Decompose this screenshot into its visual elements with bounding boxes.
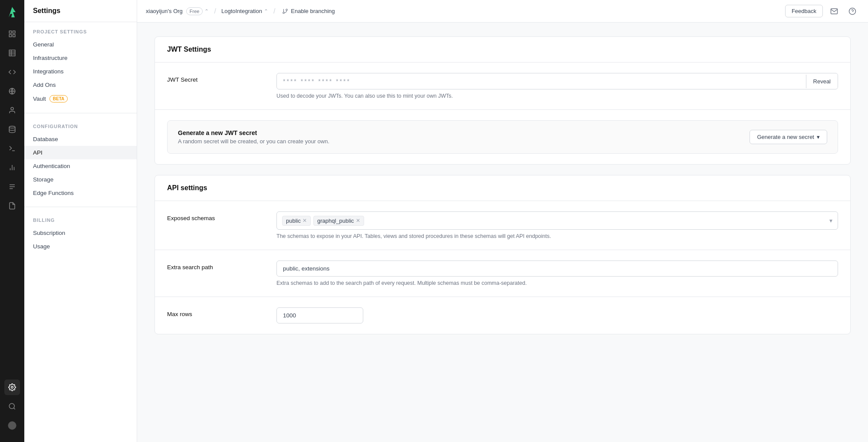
help-icon-button[interactable] [845,4,859,18]
sidebar-item-storage[interactable]: Storage [24,173,137,186]
jwt-secret-label: JWT Secret [167,73,263,83]
topbar-actions: Feedback [785,4,859,18]
sidebar-title: Settings [24,0,137,22]
org-name: xiaoyijun's Org [146,8,183,14]
exposed-schemas-hint: The schemas to expose in your API. Table… [276,233,838,239]
icon-rail [0,0,24,442]
tag-graphql-label: graphql_public [317,218,354,224]
sidebar-item-label: Authentication [33,163,70,169]
sidebar-item-subscription[interactable]: Subscription [24,226,137,240]
sidebar-item-authentication[interactable]: Authentication [24,159,137,173]
tags-chevron-icon: ▾ [829,217,832,224]
rail-table-icon[interactable] [4,45,20,61]
generate-secret-title: Generate a new JWT secret [178,129,329,136]
configuration-section: CONFIGURATION Database API Authenticatio… [24,117,137,203]
svg-point-21 [9,403,14,409]
jwt-secret-input-wrapper: **** **** **** **** Reveal [276,73,838,89]
rail-reports-icon[interactable] [4,198,20,214]
reveal-button[interactable]: Reveal [806,75,838,88]
topbar-sep-2: / [273,7,275,15]
svg-rect-4 [13,35,15,37]
sidebar-item-usage[interactable]: Usage [24,240,137,253]
generate-secret-desc: A random secret will be created, or you … [178,138,329,145]
rail-functions-icon[interactable] [4,141,20,156]
tag-graphql-close[interactable]: ✕ [356,218,360,224]
max-rows-field [276,307,838,323]
rail-analytics-icon[interactable] [4,160,20,175]
svg-marker-0 [9,7,16,17]
generate-secret-row: Generate a new JWT secret A random secre… [155,110,850,164]
rail-api-icon[interactable] [4,83,20,99]
content-area: JWT Settings JWT Secret **** **** **** *… [137,23,868,442]
rail-auth-icon[interactable] [4,102,20,118]
exposed-schemas-label: Exposed schemas [167,211,263,221]
exposed-schemas-row: Exposed schemas public ✕ graphql_public … [155,201,850,250]
svg-rect-5 [9,50,15,56]
branch-icon [282,8,288,14]
sidebar-item-label: Integrations [33,68,64,75]
rail-avatar-icon[interactable] [4,418,20,433]
sidebar-item-add-ons[interactable]: Add Ons [24,78,137,92]
jwt-secret-dots: **** **** **** **** [277,73,806,89]
extra-search-path-row: Extra search path Extra schemas to add t… [155,250,850,297]
tag-graphql-public: graphql_public ✕ [313,216,364,226]
svg-rect-3 [9,35,11,37]
generate-secret-card: Generate a new JWT secret A random secre… [167,120,838,154]
sidebar-divider-2 [24,207,137,207]
main-wrapper: xiaoyijun's Org Free ⌃ / LogtoIntegratio… [137,0,868,442]
mail-icon-button[interactable] [827,4,841,18]
sidebar-item-label: Edge Functions [33,190,74,196]
svg-rect-1 [9,31,11,33]
extra-search-path-field: Extra schemas to add to the search path … [276,261,838,286]
sidebar-item-label: Vault [33,96,46,102]
sidebar-item-general[interactable]: General [24,38,137,51]
org-plan-badge: Free [186,7,203,15]
tag-public-label: public [286,218,301,224]
tag-public-close[interactable]: ✕ [302,218,307,224]
sidebar-item-api[interactable]: API [24,146,137,159]
exposed-schemas-field: public ✕ graphql_public ✕ ▾ The schemas … [276,211,838,239]
sidebar-item-integrations[interactable]: Integrations [24,65,137,78]
app-logo[interactable] [5,5,19,19]
sidebar-item-database[interactable]: Database [24,132,137,146]
exposed-schemas-input[interactable]: public ✕ graphql_public ✕ ▾ [276,211,838,230]
rail-storage-icon[interactable] [4,122,20,137]
rail-settings-icon[interactable] [4,379,20,395]
vault-beta-badge: BETA [49,95,68,102]
generate-new-secret-button[interactable]: Generate a new secret ▾ [750,130,827,144]
sidebar-item-label: Usage [33,243,50,250]
billing-section: BILLING Subscription Usage [24,211,137,257]
tag-public: public ✕ [282,216,311,226]
max-rows-input[interactable] [276,307,363,323]
topbar-sep-1: / [214,7,216,15]
feedback-button[interactable]: Feedback [785,5,823,17]
sidebar-item-edge-functions[interactable]: Edge Functions [24,186,137,200]
svg-rect-2 [13,31,15,33]
sidebar-item-vault[interactable]: Vault BETA [24,92,137,106]
rail-logs-icon[interactable] [4,179,20,195]
project-name: LogtoIntegration [221,8,262,14]
branch-label: Enable branching [291,8,335,14]
rail-editor-icon[interactable] [4,64,20,80]
svg-point-20 [11,386,13,389]
svg-point-12 [9,126,15,129]
sidebar-item-infrastructure[interactable]: Infrastructure [24,51,137,65]
topbar-branch[interactable]: Enable branching [282,8,335,14]
sidebar-divider-1 [24,113,137,113]
org-chevron-icon: ⌃ [204,8,209,14]
rail-home-icon[interactable] [4,26,20,42]
generate-button-label: Generate a new secret [757,134,814,140]
sidebar-item-label: Infrastructure [33,55,68,61]
jwt-settings-card: JWT Settings JWT Secret **** **** **** *… [155,36,851,165]
topbar-org[interactable]: xiaoyijun's Org Free ⌃ [146,7,209,15]
svg-point-26 [283,12,285,13]
sidebar-item-label: Add Ons [33,82,56,88]
jwt-secret-field: **** **** **** **** Reveal Used to decod… [276,73,838,99]
topbar-project[interactable]: LogtoIntegration ⌃ [221,8,268,14]
extra-search-path-hint: Extra schemas to add to the search path … [276,280,838,286]
rail-search-icon[interactable] [4,399,20,414]
svg-point-11 [11,107,13,110]
project-chevron-icon: ⌃ [264,8,268,14]
extra-search-path-input[interactable] [276,261,838,277]
svg-point-25 [286,9,288,10]
